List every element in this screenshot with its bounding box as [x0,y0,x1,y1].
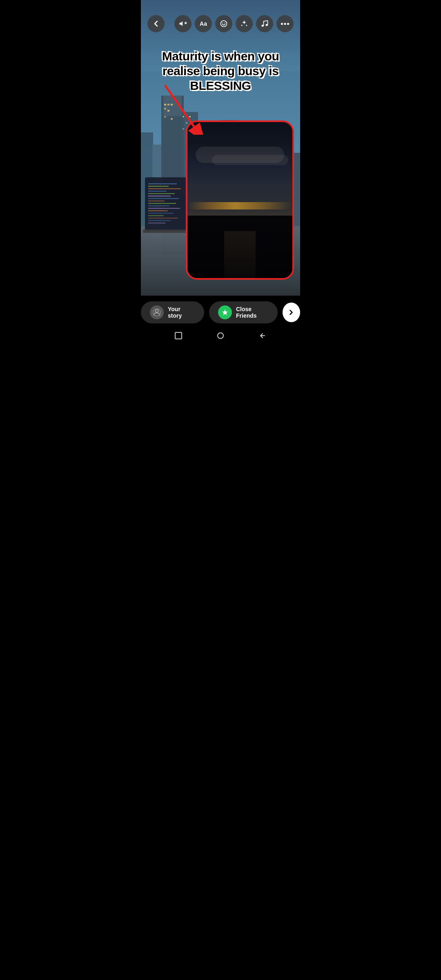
mute-button[interactable] [174,15,192,32]
svg-rect-41 [148,208,180,209]
effects-button[interactable] [236,15,253,32]
svg-point-58 [266,24,268,26]
nav-square-icon[interactable] [175,332,182,341]
svg-point-65 [218,333,223,339]
text-button[interactable]: Aa [195,15,212,32]
your-story-label: Your story [168,306,195,319]
svg-rect-44 [148,215,164,216]
music-button[interactable] [256,15,273,32]
your-story-avatar [150,305,164,319]
svg-rect-64 [175,332,182,339]
svg-point-55 [223,22,223,23]
svg-rect-42 [148,210,168,211]
nav-home-icon[interactable] [217,332,224,341]
svg-rect-45 [148,218,178,218]
svg-point-54 [221,21,227,27]
svg-point-57 [262,25,264,27]
svg-rect-36 [148,196,171,196]
share-buttons: Your story Close Friends [141,301,300,323]
your-story-button[interactable]: Your story [141,301,204,323]
embedded-sky [187,122,292,208]
svg-point-56 [225,22,225,23]
svg-rect-35 [148,193,175,194]
svg-rect-47 [148,223,165,223]
story-toolbar: Aa [141,11,300,36]
svg-point-62 [155,310,158,312]
svg-rect-40 [148,205,169,206]
svg-point-61 [287,23,289,25]
svg-point-60 [284,23,286,25]
svg-line-51 [165,86,194,127]
sticker-button[interactable] [215,15,232,32]
android-nav-bar [141,328,300,345]
next-button[interactable] [283,303,300,322]
close-friends-label: Close Friends [236,306,269,319]
svg-rect-33 [148,188,181,189]
svg-rect-34 [148,191,167,192]
close-friends-button[interactable]: Close Friends [209,301,278,323]
svg-point-59 [281,23,283,25]
svg-rect-43 [148,213,174,214]
svg-rect-32 [148,186,169,187]
text-icon: Aa [200,20,207,27]
toolbar-icons: Aa [174,15,294,32]
svg-rect-46 [148,220,171,221]
svg-rect-37 [148,198,179,199]
nav-back-icon[interactable] [259,332,266,341]
red-arrow [157,82,206,135]
back-button[interactable] [147,15,165,32]
close-friends-icon [218,305,232,319]
more-button[interactable] [276,15,294,32]
svg-rect-31 [148,183,177,184]
svg-rect-39 [148,203,176,204]
story-container: Maturity is when yourealise being busy i… [141,0,300,296]
embedded-image [186,120,294,280]
svg-rect-38 [148,200,165,201]
